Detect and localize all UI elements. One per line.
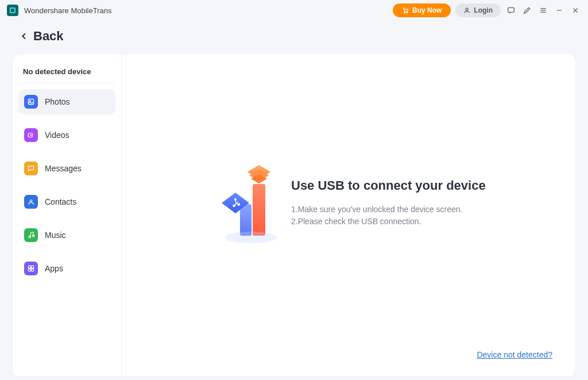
login-button[interactable]: Login — [455, 3, 501, 17]
buy-now-label: Buy Now — [412, 6, 442, 14]
message-block: Use USB to connect your device 1.Make su… — [291, 178, 486, 228]
back-row: Back — [0, 21, 588, 50]
messages-icon — [24, 162, 38, 175]
back-label: Back — [33, 29, 64, 44]
svg-point-11 — [29, 101, 30, 102]
svg-rect-18 — [32, 266, 34, 268]
feedback-icon[interactable] — [505, 5, 517, 16]
svg-rect-22 — [253, 184, 265, 236]
videos-icon — [24, 128, 38, 142]
chevron-left-icon — [20, 30, 29, 42]
svg-rect-3 — [508, 7, 514, 12]
sidebar-item-apps[interactable]: Apps — [18, 256, 115, 281]
svg-rect-20 — [32, 269, 34, 271]
sidebar-heading: No detected device — [18, 65, 115, 83]
svg-point-32 — [235, 199, 237, 201]
app-title: Wondershare MobileTrans — [24, 6, 393, 15]
svg-point-0 — [404, 12, 405, 13]
close-icon[interactable] — [570, 5, 581, 16]
cart-icon — [402, 7, 409, 14]
login-label: Login — [474, 6, 493, 14]
svg-point-1 — [407, 12, 408, 13]
sidebar-item-label: Music — [45, 231, 66, 240]
svg-rect-17 — [28, 266, 30, 268]
svg-rect-10 — [28, 99, 33, 104]
buy-now-button[interactable]: Buy Now — [393, 3, 451, 17]
svg-rect-31 — [238, 204, 239, 205]
message-step1: 1.Make sure you've unlocked the device s… — [291, 204, 486, 216]
message-step2: 2.Please check the USB connection. — [291, 216, 486, 228]
menu-icon[interactable] — [537, 5, 549, 16]
svg-rect-19 — [28, 269, 30, 271]
usb-illustration-icon — [219, 164, 288, 244]
user-icon — [463, 7, 470, 14]
sidebar-item-contacts[interactable]: Contacts — [18, 189, 115, 214]
sidebar: No detected device Photos Videos Message… — [13, 55, 122, 377]
minimize-icon[interactable] — [554, 5, 565, 16]
sidebar-item-label: Photos — [45, 97, 70, 106]
sidebar-item-photos[interactable]: Photos — [18, 89, 115, 114]
titlebar: Wondershare MobileTrans Buy Now Login — [0, 0, 588, 21]
main-panel: Use USB to connect your device 1.Make su… — [122, 55, 575, 377]
svg-marker-13 — [30, 134, 32, 136]
sidebar-item-label: Videos — [45, 130, 69, 140]
content-panel: No detected device Photos Videos Message… — [13, 55, 575, 377]
sidebar-item-label: Contacts — [45, 197, 76, 206]
photos-icon — [24, 95, 38, 109]
sidebar-item-label: Apps — [45, 264, 63, 273]
contacts-icon — [24, 195, 38, 209]
app-logo-icon — [7, 5, 18, 16]
sidebar-item-messages[interactable]: Messages — [18, 156, 115, 181]
sidebar-item-label: Messages — [45, 164, 82, 173]
svg-rect-21 — [240, 204, 252, 236]
svg-point-14 — [30, 200, 32, 202]
sidebar-item-videos[interactable]: Videos — [18, 122, 115, 148]
svg-point-33 — [225, 232, 277, 243]
device-not-detected-link[interactable]: Device not detected? — [477, 350, 552, 359]
sidebar-item-music[interactable]: Music — [18, 222, 115, 248]
svg-point-2 — [466, 8, 468, 10]
back-button[interactable]: Back — [20, 29, 64, 44]
message-title: Use USB to connect your device — [291, 178, 486, 193]
apps-icon — [24, 262, 38, 275]
edit-icon[interactable] — [521, 5, 533, 16]
music-icon — [24, 228, 38, 242]
